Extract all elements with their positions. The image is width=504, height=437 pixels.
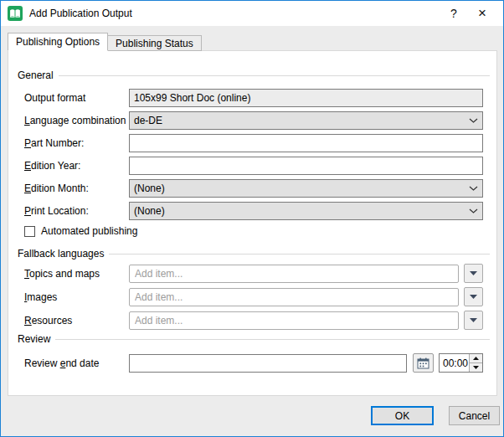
edition-year-label: Edition Year: bbox=[24, 160, 129, 172]
chevron-down-icon bbox=[469, 208, 478, 213]
spin-down-button[interactable] bbox=[470, 363, 482, 372]
general-group-header: General bbox=[18, 69, 490, 81]
spin-up-button[interactable] bbox=[470, 354, 482, 363]
review-end-time-spinner: 00:00 bbox=[439, 353, 483, 373]
calendar-picker-button[interactable] bbox=[413, 353, 434, 373]
review-end-date-label: Review end date bbox=[24, 357, 129, 369]
part-number-label: Part Number: bbox=[24, 137, 129, 149]
images-label: Images bbox=[24, 291, 129, 303]
triangle-down-icon bbox=[473, 366, 479, 369]
tab-publishing-status[interactable]: Publishing Status bbox=[108, 35, 202, 51]
title-bar[interactable]: Add Publication Output ? × bbox=[1, 1, 503, 26]
add-publication-output-dialog: Add Publication Output ? × Publishing Op… bbox=[0, 0, 504, 437]
cancel-button[interactable]: Cancel bbox=[449, 406, 500, 425]
group-divider bbox=[55, 339, 490, 340]
review-end-date-input[interactable] bbox=[129, 354, 407, 373]
print-location-row: Print Location: (None) bbox=[24, 201, 483, 220]
tab-strip: Publishing Options Publishing Status bbox=[8, 33, 202, 51]
resources-label: Resources bbox=[24, 315, 129, 326]
images-input[interactable] bbox=[129, 288, 459, 306]
close-icon: × bbox=[478, 5, 486, 22]
print-location-label: Print Location: bbox=[24, 205, 129, 217]
tab-publishing-options[interactable]: Publishing Options bbox=[8, 33, 108, 51]
spinner-buttons bbox=[469, 354, 482, 372]
automated-publishing-checkbox[interactable] bbox=[24, 226, 35, 237]
triangle-down-icon bbox=[470, 295, 477, 299]
resources-input[interactable] bbox=[129, 311, 459, 330]
language-combination-row: Language combination de-DE bbox=[24, 111, 483, 130]
images-dropdown-button[interactable] bbox=[464, 287, 483, 306]
triangle-down-icon bbox=[470, 271, 477, 275]
group-divider bbox=[59, 75, 490, 76]
triangle-up-icon bbox=[473, 357, 479, 360]
ok-button[interactable]: OK bbox=[371, 406, 434, 425]
resources-dropdown-button[interactable] bbox=[464, 311, 483, 330]
help-button[interactable]: ? bbox=[440, 1, 468, 26]
review-end-time-value[interactable]: 00:00 bbox=[440, 354, 469, 372]
automated-publishing-label: Automated publishing bbox=[41, 225, 137, 237]
output-format-field: 105x99 Short Doc (online) bbox=[129, 89, 483, 107]
topics-and-maps-label: Topics and maps bbox=[24, 268, 129, 280]
combo-value: de-DE bbox=[134, 115, 162, 126]
topics-and-maps-row: Topics and maps bbox=[24, 264, 483, 283]
part-number-row: Part Number: bbox=[24, 133, 483, 152]
tab-label: Publishing Status bbox=[116, 38, 193, 49]
edition-year-row: Edition Year: bbox=[24, 156, 483, 175]
close-button[interactable]: × bbox=[468, 1, 496, 26]
general-group-label: General bbox=[18, 69, 54, 81]
window-title: Add Publication Output bbox=[29, 8, 132, 19]
combo-value: (None) bbox=[134, 205, 165, 217]
automated-publishing-row: Automated publishing bbox=[24, 224, 137, 238]
topics-and-maps-input[interactable] bbox=[129, 265, 459, 283]
fallback-group-label: Fallback languages bbox=[18, 248, 104, 260]
group-divider bbox=[109, 254, 490, 254]
calendar-icon bbox=[417, 357, 429, 369]
resources-row: Resources bbox=[24, 311, 483, 330]
tab-label: Publishing Options bbox=[16, 36, 100, 48]
edition-year-input[interactable] bbox=[129, 157, 483, 175]
chevron-down-icon bbox=[469, 186, 478, 191]
help-icon: ? bbox=[450, 7, 457, 20]
combo-value: (None) bbox=[134, 183, 165, 194]
review-group-header: Review bbox=[18, 333, 490, 345]
chevron-down-icon bbox=[469, 118, 478, 123]
review-group-label: Review bbox=[18, 333, 50, 345]
images-row: Images bbox=[24, 287, 483, 306]
fallback-group-header: Fallback languages bbox=[18, 248, 490, 260]
edition-month-row: Edition Month: (None) bbox=[24, 178, 483, 198]
topics-and-maps-dropdown-button[interactable] bbox=[464, 264, 483, 283]
part-number-input[interactable] bbox=[129, 134, 483, 152]
triangle-down-icon bbox=[470, 318, 477, 322]
book-icon bbox=[8, 6, 23, 21]
edition-month-combobox[interactable]: (None) bbox=[129, 179, 483, 198]
output-format-label: Output format bbox=[24, 92, 129, 104]
output-format-row: Output format 105x99 Short Doc (online) bbox=[24, 88, 483, 107]
review-end-date-row: Review end date 00:00 bbox=[24, 353, 483, 373]
language-combination-label: Language combination bbox=[24, 115, 129, 126]
edition-month-label: Edition Month: bbox=[24, 183, 129, 194]
language-combination-combobox[interactable]: de-DE bbox=[129, 111, 483, 130]
print-location-combobox[interactable]: (None) bbox=[129, 202, 483, 220]
